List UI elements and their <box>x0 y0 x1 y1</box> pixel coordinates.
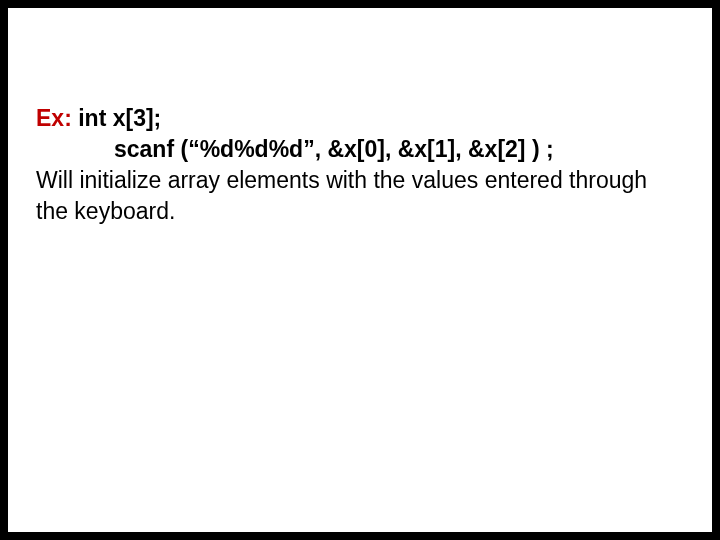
example-line-1: Ex: int x[3]; <box>36 103 684 134</box>
example-declaration: int x[3]; <box>78 105 161 131</box>
example-label: Ex: <box>36 105 72 131</box>
slide-content: Ex: int x[3]; scanf (“%d%d%d”, &x[0], &x… <box>8 8 712 227</box>
example-scanf: scanf (“%d%d%d”, &x[0], &x[1], &x[2] ) ; <box>36 134 684 165</box>
explanation-text: Will initialize array elements with the … <box>36 165 684 227</box>
slide: Ex: int x[3]; scanf (“%d%d%d”, &x[0], &x… <box>8 8 712 532</box>
